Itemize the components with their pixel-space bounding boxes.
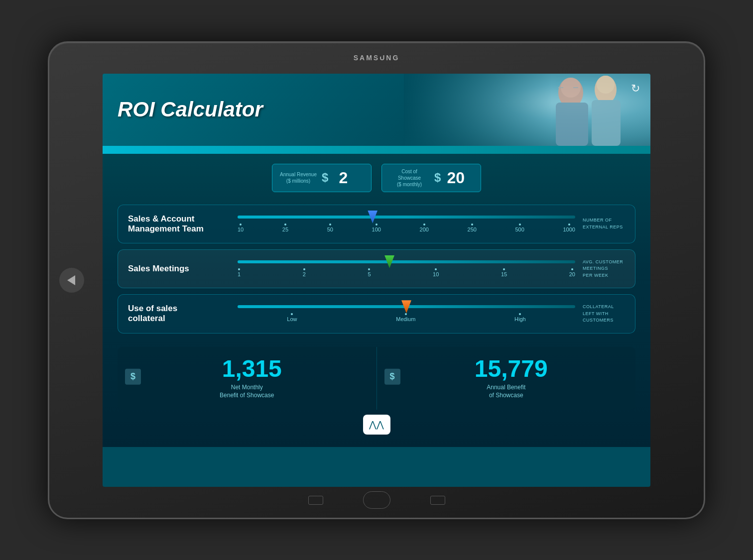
slider-ticks-1: 10 25 50 100 200 250 500 1000 — [238, 224, 575, 232]
slider-label-collateral: Use of salescollateral — [128, 304, 238, 324]
slider-thumb-collateral[interactable] — [401, 300, 411, 313]
slider-row-collateral: Use of salescollateral Low Medium High — [118, 294, 635, 334]
page-title: ROI Calculator — [118, 98, 263, 121]
header-photo — [404, 74, 650, 146]
slider-track-container-2 — [238, 260, 575, 263]
results-section: $ 1,315 Net MonthlyBenefit of Showcase $… — [118, 347, 635, 410]
slider-track-container-3 — [238, 305, 575, 308]
tick-item: Low — [287, 313, 297, 322]
tablet-top-bar: SAMSUNG — [49, 43, 704, 73]
slider-side-label-2: AVG. CUSTOMERMEETINGSPER WEEK — [575, 259, 625, 279]
tick-item: 100 — [372, 224, 381, 232]
cost-showcase-label: Cost of Showcase($ monthly) — [389, 168, 429, 188]
result-value-monthly: 1,315 — [222, 357, 282, 381]
result-label-monthly: Net MonthlyBenefit of Showcase — [132, 383, 362, 400]
scroll-up-button[interactable]: ⋀⋀ — [363, 415, 390, 435]
tick-item: High — [514, 313, 526, 322]
slider-side-label-3: COLLATERALLEFT WITHCUSTOMERS — [575, 304, 625, 324]
back-icon — [67, 275, 75, 285]
tick-item: 20 — [569, 268, 575, 277]
home-button[interactable] — [363, 491, 390, 509]
slider-thumb-sales-meetings[interactable] — [384, 255, 394, 268]
result-value-annual: 15,779 — [475, 357, 548, 381]
sliders-container: Sales & AccountManagement Team 10 25 50 … — [118, 205, 635, 339]
cost-showcase-input[interactable]: Cost of Showcase($ monthly) $ 20 — [381, 164, 481, 192]
inputs-row: Annual Revenue($ millions) $ 2 Cost of S… — [118, 164, 635, 192]
tablet-bottom-bar — [49, 483, 704, 518]
tablet-screen: ROI Calculator ↻ Annual Revenue($ millio… — [103, 74, 650, 487]
annual-revenue-dollar: $ — [322, 171, 328, 185]
camera-dot-2 — [378, 54, 381, 57]
slider-ticks-3: Low Medium High — [238, 313, 575, 322]
tablet-frame: SAMSUNG — [48, 41, 705, 519]
slider-row-sales-meetings: Sales Meetings 1 2 5 10 15 — [118, 249, 635, 289]
tick-item: 25 — [282, 224, 288, 232]
teal-divider — [103, 146, 650, 154]
tick-item: 250 — [468, 224, 477, 232]
camera-area — [372, 54, 381, 57]
app-header: ROI Calculator ↻ — [103, 74, 650, 146]
result-box-monthly: $ 1,315 Net MonthlyBenefit of Showcase — [118, 347, 377, 410]
refresh-button[interactable]: ↻ — [627, 80, 644, 98]
tick-item: 15 — [501, 268, 507, 277]
annual-revenue-label: Annual Revenue($ millions) — [280, 171, 317, 184]
tick-item: 5 — [368, 268, 371, 277]
slider-area-sales-team: 10 25 50 100 200 250 500 1000 — [238, 216, 575, 232]
slider-track-2 — [238, 260, 575, 263]
tick-item: 2 — [303, 268, 306, 277]
tick-item: 10 — [433, 268, 439, 277]
slider-track-1 — [238, 216, 575, 219]
result-label-annual: Annual Benefitof Showcase — [392, 383, 621, 400]
cost-showcase-value[interactable]: 20 — [446, 169, 466, 187]
annual-revenue-input[interactable]: Annual Revenue($ millions) $ 2 — [272, 164, 372, 192]
cost-showcase-dollar: $ — [434, 171, 441, 185]
refresh-icon: ↻ — [631, 82, 640, 95]
slider-side-label-1: NUMBER OFEXTERNAL REPS — [575, 217, 625, 230]
slider-row-sales-team: Sales & AccountManagement Team 10 25 50 … — [118, 205, 635, 243]
slider-track-container-1 — [238, 216, 575, 219]
back-button[interactable] — [59, 268, 84, 293]
chevron-up-icon: ⋀⋀ — [369, 420, 384, 429]
tick-item: Medium — [396, 313, 415, 322]
result-dollar-icon-monthly: $ — [125, 369, 141, 385]
slider-label-sales-team: Sales & AccountManagement Team — [128, 214, 238, 234]
slider-thumb-sales-team[interactable] — [368, 211, 377, 224]
main-content: Annual Revenue($ millions) $ 2 Cost of S… — [103, 154, 650, 448]
slider-ticks-2: 1 2 5 10 15 20 — [238, 268, 575, 277]
tick-item: 1000 — [563, 224, 575, 232]
slider-area-sales-meetings: 1 2 5 10 15 20 — [238, 260, 575, 277]
slider-area-collateral: Low Medium High — [238, 305, 575, 322]
result-box-annual: $ 15,779 Annual Benefitof Showcase — [377, 347, 636, 410]
menu-button[interactable] — [308, 496, 323, 505]
back-nav-button[interactable] — [430, 496, 445, 505]
slider-label-sales-meetings: Sales Meetings — [128, 264, 238, 274]
camera-dot-1 — [372, 54, 375, 57]
tick-item: 500 — [515, 224, 524, 232]
tick-item: 200 — [420, 224, 429, 232]
tick-item: 10 — [238, 224, 244, 232]
tick-item: 50 — [327, 224, 333, 232]
photo-gradient — [404, 74, 650, 146]
scroll-up-area: ⋀⋀ — [118, 410, 635, 437]
result-dollar-icon-annual: $ — [384, 369, 400, 385]
tick-item: 1 — [238, 268, 241, 277]
annual-revenue-value[interactable]: 2 — [333, 169, 353, 187]
slider-track-3 — [238, 305, 575, 308]
